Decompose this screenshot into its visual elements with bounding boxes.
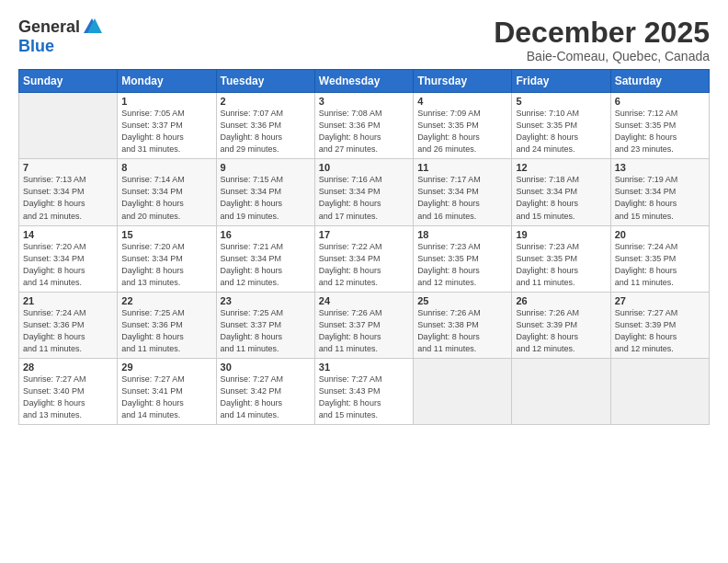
day-info: Sunrise: 7:27 AM Sunset: 3:40 PM Dayligh… <box>23 373 113 421</box>
calendar-cell: 31Sunrise: 7:27 AM Sunset: 3:43 PM Dayli… <box>314 358 413 424</box>
day-info: Sunrise: 7:16 AM Sunset: 3:34 PM Dayligh… <box>319 174 409 222</box>
day-number: 7 <box>23 162 113 173</box>
calendar-cell: 12Sunrise: 7:18 AM Sunset: 3:34 PM Dayli… <box>512 159 610 225</box>
day-info: Sunrise: 7:12 AM Sunset: 3:35 PM Dayligh… <box>615 108 705 155</box>
calendar-cell: 25Sunrise: 7:26 AM Sunset: 3:38 PM Dayli… <box>414 292 512 358</box>
day-number: 9 <box>221 162 311 173</box>
day-number: 25 <box>417 295 507 306</box>
calendar-cell: 18Sunrise: 7:23 AM Sunset: 3:35 PM Dayli… <box>414 225 512 292</box>
day-number: 11 <box>417 162 507 173</box>
day-info: Sunrise: 7:18 AM Sunset: 3:34 PM Dayligh… <box>516 174 606 222</box>
day-info: Sunrise: 7:24 AM Sunset: 3:36 PM Dayligh… <box>23 307 113 355</box>
logo: General Blue <box>18 17 102 56</box>
calendar-header-row: SundayMondayTuesdayWednesdayThursdayFrid… <box>19 70 710 93</box>
calendar-cell: 20Sunrise: 7:24 AM Sunset: 3:35 PM Dayli… <box>610 225 709 292</box>
calendar-cell: 22Sunrise: 7:25 AM Sunset: 3:36 PM Dayli… <box>118 292 216 358</box>
calendar-table: SundayMondayTuesdayWednesdayThursdayFrid… <box>18 69 710 425</box>
day-info: Sunrise: 7:08 AM Sunset: 3:36 PM Dayligh… <box>319 108 409 155</box>
weekday-header: Thursday <box>414 70 512 93</box>
day-number: 22 <box>121 295 211 306</box>
page: General Blue December 2025 Baie-Comeau, … <box>0 0 728 563</box>
calendar-cell: 29Sunrise: 7:27 AM Sunset: 3:41 PM Dayli… <box>118 358 216 424</box>
day-info: Sunrise: 7:22 AM Sunset: 3:34 PM Dayligh… <box>319 241 409 289</box>
calendar-cell: 30Sunrise: 7:27 AM Sunset: 3:42 PM Dayli… <box>216 358 314 424</box>
day-info: Sunrise: 7:13 AM Sunset: 3:34 PM Dayligh… <box>23 174 113 222</box>
calendar-cell <box>414 358 512 424</box>
day-info: Sunrise: 7:23 AM Sunset: 3:35 PM Dayligh… <box>417 241 507 289</box>
calendar-cell: 9Sunrise: 7:15 AM Sunset: 3:34 PM Daylig… <box>216 159 314 225</box>
calendar-week-row: 1Sunrise: 7:05 AM Sunset: 3:37 PM Daylig… <box>19 93 710 159</box>
day-number: 5 <box>516 96 606 107</box>
day-number: 17 <box>319 229 409 240</box>
day-info: Sunrise: 7:21 AM Sunset: 3:34 PM Dayligh… <box>221 241 311 289</box>
calendar-cell: 10Sunrise: 7:16 AM Sunset: 3:34 PM Dayli… <box>314 159 413 225</box>
day-info: Sunrise: 7:09 AM Sunset: 3:35 PM Dayligh… <box>417 108 507 155</box>
day-info: Sunrise: 7:10 AM Sunset: 3:35 PM Dayligh… <box>516 108 606 155</box>
calendar-cell: 5Sunrise: 7:10 AM Sunset: 3:35 PM Daylig… <box>512 93 610 159</box>
day-number: 31 <box>319 362 409 373</box>
day-number: 13 <box>615 162 705 173</box>
day-number: 28 <box>23 362 113 373</box>
calendar-week-row: 21Sunrise: 7:24 AM Sunset: 3:36 PM Dayli… <box>19 292 710 358</box>
weekday-header: Saturday <box>610 70 709 93</box>
day-info: Sunrise: 7:19 AM Sunset: 3:34 PM Dayligh… <box>615 174 705 222</box>
calendar-cell: 19Sunrise: 7:23 AM Sunset: 3:35 PM Dayli… <box>512 225 610 292</box>
subtitle: Baie-Comeau, Quebec, Canada <box>494 49 710 63</box>
weekday-header: Tuesday <box>216 70 314 93</box>
day-info: Sunrise: 7:25 AM Sunset: 3:37 PM Dayligh… <box>221 307 311 355</box>
day-number: 4 <box>417 96 507 107</box>
calendar-cell: 15Sunrise: 7:20 AM Sunset: 3:34 PM Dayli… <box>118 225 216 292</box>
calendar-cell <box>610 358 709 424</box>
weekday-header: Sunday <box>19 70 118 93</box>
calendar-cell: 17Sunrise: 7:22 AM Sunset: 3:34 PM Dayli… <box>314 225 413 292</box>
calendar-cell: 7Sunrise: 7:13 AM Sunset: 3:34 PM Daylig… <box>19 159 118 225</box>
day-info: Sunrise: 7:23 AM Sunset: 3:35 PM Dayligh… <box>516 241 606 289</box>
title-section: December 2025 Baie-Comeau, Quebec, Canad… <box>494 17 710 63</box>
calendar-cell: 16Sunrise: 7:21 AM Sunset: 3:34 PM Dayli… <box>216 225 314 292</box>
calendar-cell: 8Sunrise: 7:14 AM Sunset: 3:34 PM Daylig… <box>118 159 216 225</box>
day-number: 14 <box>23 229 113 240</box>
day-info: Sunrise: 7:25 AM Sunset: 3:36 PM Dayligh… <box>121 307 211 355</box>
calendar-cell: 2Sunrise: 7:07 AM Sunset: 3:36 PM Daylig… <box>216 93 314 159</box>
day-info: Sunrise: 7:07 AM Sunset: 3:36 PM Dayligh… <box>221 108 311 155</box>
logo-general-text: General <box>18 17 80 37</box>
day-number: 26 <box>516 295 606 306</box>
calendar-week-row: 14Sunrise: 7:20 AM Sunset: 3:34 PM Dayli… <box>19 225 710 292</box>
calendar-cell <box>19 93 118 159</box>
weekday-header: Wednesday <box>314 70 413 93</box>
day-info: Sunrise: 7:27 AM Sunset: 3:42 PM Dayligh… <box>221 373 311 421</box>
calendar-cell: 14Sunrise: 7:20 AM Sunset: 3:34 PM Dayli… <box>19 225 118 292</box>
day-info: Sunrise: 7:20 AM Sunset: 3:34 PM Dayligh… <box>23 241 113 289</box>
calendar-cell: 1Sunrise: 7:05 AM Sunset: 3:37 PM Daylig… <box>118 93 216 159</box>
day-number: 3 <box>319 96 409 107</box>
calendar-cell: 13Sunrise: 7:19 AM Sunset: 3:34 PM Dayli… <box>610 159 709 225</box>
day-number: 30 <box>221 362 311 373</box>
calendar-cell: 27Sunrise: 7:27 AM Sunset: 3:39 PM Dayli… <box>610 292 709 358</box>
day-number: 12 <box>516 162 606 173</box>
day-number: 15 <box>121 229 211 240</box>
day-number: 16 <box>221 229 311 240</box>
calendar-cell: 23Sunrise: 7:25 AM Sunset: 3:37 PM Dayli… <box>216 292 314 358</box>
calendar-cell: 24Sunrise: 7:26 AM Sunset: 3:37 PM Dayli… <box>314 292 413 358</box>
day-number: 21 <box>23 295 113 306</box>
logo-blue-text: Blue <box>18 37 54 56</box>
logo-icon <box>82 17 102 37</box>
calendar-cell: 6Sunrise: 7:12 AM Sunset: 3:35 PM Daylig… <box>610 93 709 159</box>
day-number: 27 <box>615 295 705 306</box>
day-number: 23 <box>221 295 311 306</box>
day-number: 2 <box>221 96 311 107</box>
day-info: Sunrise: 7:26 AM Sunset: 3:38 PM Dayligh… <box>417 307 507 355</box>
calendar-week-row: 7Sunrise: 7:13 AM Sunset: 3:34 PM Daylig… <box>19 159 710 225</box>
day-info: Sunrise: 7:26 AM Sunset: 3:39 PM Dayligh… <box>516 307 606 355</box>
calendar-cell: 3Sunrise: 7:08 AM Sunset: 3:36 PM Daylig… <box>314 93 413 159</box>
day-number: 1 <box>121 96 211 107</box>
weekday-header: Friday <box>512 70 610 93</box>
calendar-week-row: 28Sunrise: 7:27 AM Sunset: 3:40 PM Dayli… <box>19 358 710 424</box>
day-info: Sunrise: 7:15 AM Sunset: 3:34 PM Dayligh… <box>221 174 311 222</box>
day-number: 10 <box>319 162 409 173</box>
calendar-cell: 11Sunrise: 7:17 AM Sunset: 3:34 PM Dayli… <box>414 159 512 225</box>
main-title: December 2025 <box>494 17 710 49</box>
day-number: 6 <box>615 96 705 107</box>
day-number: 19 <box>516 229 606 240</box>
calendar-cell: 21Sunrise: 7:24 AM Sunset: 3:36 PM Dayli… <box>19 292 118 358</box>
